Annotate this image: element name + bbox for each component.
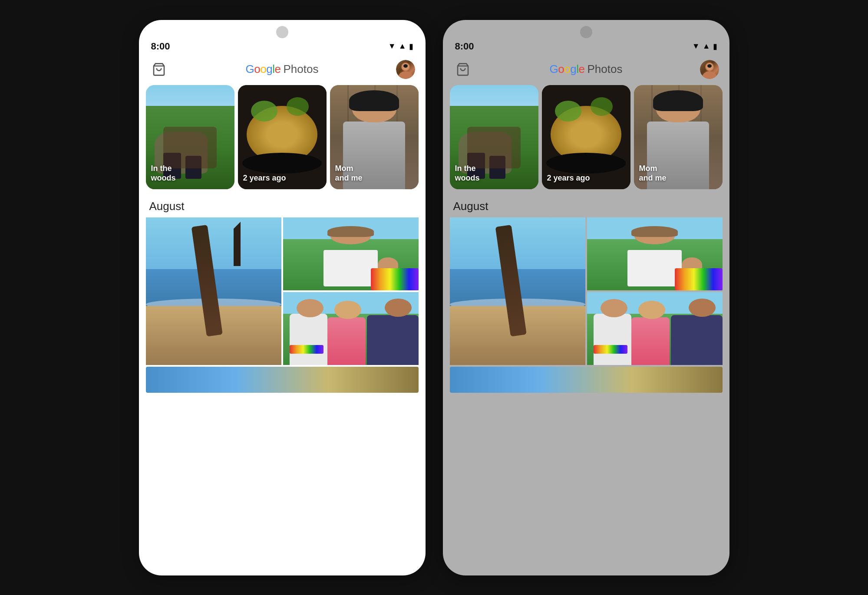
grid-photo-group[interactable] <box>283 292 419 365</box>
grid-photo-beach-dark[interactable] <box>450 217 585 365</box>
status-icons: ▼ ▲ ▮ <box>388 42 413 51</box>
highlight-label-mom-dark: Mom and me <box>639 164 667 183</box>
highlight-card-tacos[interactable]: 2 years ago <box>238 85 327 189</box>
shop-button[interactable] <box>149 60 168 79</box>
section-august-dark: August <box>443 193 729 217</box>
section-august: August <box>139 193 426 217</box>
user-avatar-button-dark[interactable] <box>700 60 719 79</box>
wifi-icon: ▼ <box>388 42 396 51</box>
shop-icon <box>152 62 166 76</box>
svg-point-6 <box>702 71 717 79</box>
photo-grid <box>139 217 426 365</box>
grid-photo-boy-dark[interactable] <box>587 217 723 290</box>
front-camera <box>276 26 288 38</box>
highlight-label-years-dark: 2 years ago <box>547 173 590 183</box>
phone-light: 8:00 ▼ ▲ ▮ Google Photos <box>139 20 426 575</box>
avatar-image <box>396 60 415 79</box>
app-logo-dark: Google Photos <box>550 62 623 76</box>
highlight-label-years: 2 years ago <box>243 173 286 183</box>
avatar <box>396 60 415 79</box>
app-header-dark: Google Photos <box>443 56 729 85</box>
grid-photo-boy[interactable] <box>283 217 419 290</box>
shop-icon-dark <box>456 62 470 76</box>
status-bar-dark: 8:00 ▼ ▲ ▮ <box>443 41 729 56</box>
front-camera-dark <box>580 26 592 38</box>
user-avatar-button[interactable] <box>396 60 415 79</box>
highlight-card-mom-dark[interactable]: Mom and me <box>634 85 723 189</box>
status-time-dark: 8:00 <box>455 41 474 52</box>
status-bar: 8:00 ▼ ▲ ▮ <box>139 41 426 56</box>
highlight-card-tacos-dark[interactable]: 2 years ago <box>542 85 630 189</box>
svg-point-1 <box>398 71 413 79</box>
svg-point-9 <box>707 64 712 68</box>
highlights-strip: In the woods 2 years ago <box>139 85 426 193</box>
phone-notch-area-dark <box>443 20 729 41</box>
battery-icon-dark: ▮ <box>713 42 717 51</box>
logo-photos-dark: Photos <box>587 62 622 76</box>
signal-icon: ▲ <box>399 42 406 51</box>
grid-photo-group-dark[interactable] <box>587 292 723 365</box>
highlight-card-woods[interactable]: In the woods <box>146 85 234 189</box>
logo-google-dark: Google <box>550 62 585 76</box>
bottom-strip-photo[interactable] <box>146 367 419 393</box>
highlight-card-woods-dark[interactable]: In the woods <box>450 85 538 189</box>
avatar-image-dark <box>700 60 719 79</box>
shop-button-dark[interactable] <box>453 60 472 79</box>
highlights-strip-dark: In the woods 2 years ago Mom a <box>443 85 729 193</box>
bottom-strip-photo-dark[interactable] <box>450 367 723 393</box>
highlight-label-woods-dark: In the woods <box>455 164 480 183</box>
phone-notch-area <box>139 20 426 41</box>
app-logo: Google Photos <box>246 62 319 76</box>
avatar-dark <box>700 60 719 79</box>
logo-photos: Photos <box>283 62 318 76</box>
highlight-card-mom[interactable]: Mom and me <box>330 85 419 189</box>
svg-point-4 <box>403 64 408 68</box>
status-icons-dark: ▼ ▲ ▮ <box>692 42 717 51</box>
highlight-label-mom: Mom and me <box>335 164 363 183</box>
phone-dark: 8:00 ▼ ▲ ▮ Google Photos <box>443 20 729 575</box>
battery-icon: ▮ <box>409 42 413 51</box>
signal-icon-dark: ▲ <box>703 42 710 51</box>
photo-grid-dark <box>443 217 729 365</box>
logo-google: Google <box>246 62 281 76</box>
highlight-label-woods: In the woods <box>151 164 176 183</box>
app-header: Google Photos <box>139 56 426 85</box>
wifi-icon-dark: ▼ <box>692 42 700 51</box>
status-time: 8:00 <box>151 41 170 52</box>
grid-photo-beach[interactable] <box>146 217 281 365</box>
